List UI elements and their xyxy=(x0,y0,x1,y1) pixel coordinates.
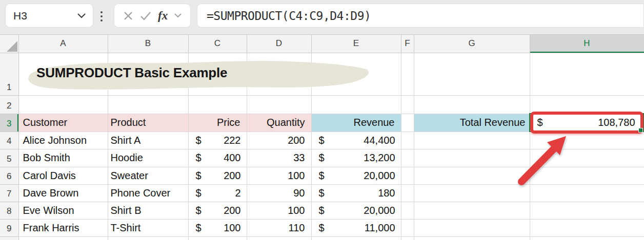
column-header-f[interactable]: F xyxy=(401,35,414,53)
cell-f1[interactable] xyxy=(401,53,414,95)
cell-price[interactable]: $222 xyxy=(188,132,247,149)
cell-customer[interactable]: Alice Johnson xyxy=(18,132,108,149)
cell-h5[interactable] xyxy=(530,149,644,167)
cell-g9[interactable] xyxy=(414,219,530,236)
row-header-1[interactable]: 1 xyxy=(0,53,18,95)
chevron-down-icon[interactable] xyxy=(174,13,182,18)
cell-product[interactable]: T-Shirt xyxy=(108,219,188,236)
column-header-a[interactable]: A xyxy=(18,35,108,53)
cell-f7[interactable] xyxy=(401,184,414,202)
header-cell-quantity[interactable]: Quantity xyxy=(247,114,311,132)
cell-a2[interactable] xyxy=(18,95,108,114)
cell-f2[interactable] xyxy=(401,95,414,114)
row-header-6[interactable]: 6 xyxy=(0,167,18,184)
row-header-7[interactable]: 7 xyxy=(0,184,18,202)
enter-check-icon[interactable] xyxy=(140,11,151,20)
column-header-c[interactable]: C xyxy=(188,35,247,53)
formula-bar[interactable]: =SUMPRODUCT(C4:C9,D4:D9) xyxy=(197,4,644,28)
cell-h4[interactable] xyxy=(530,132,644,149)
cell[interactable] xyxy=(530,236,644,240)
cell-product[interactable]: Hoodie xyxy=(108,149,188,167)
cell-customer[interactable]: Eve Wilson xyxy=(18,202,108,219)
cell-g2[interactable] xyxy=(414,95,530,114)
cell-revenue[interactable]: $20,000 xyxy=(311,167,401,184)
column-header-g[interactable]: G xyxy=(414,35,530,53)
cell-f5[interactable] xyxy=(401,149,414,167)
select-all-button[interactable] xyxy=(0,35,18,53)
cell-price[interactable]: $200 xyxy=(188,167,247,184)
row-header-2[interactable]: 2 xyxy=(0,95,18,114)
cell-e2[interactable] xyxy=(311,95,401,114)
cell[interactable] xyxy=(401,236,414,240)
cell-d2[interactable] xyxy=(247,95,311,114)
cell-f3[interactable] xyxy=(401,114,414,132)
cell-h6[interactable] xyxy=(530,167,644,184)
row-header-partial[interactable] xyxy=(0,236,18,240)
cell-e1[interactable] xyxy=(311,53,401,95)
cell-revenue[interactable]: $20,000 xyxy=(311,202,401,219)
cell-c2[interactable] xyxy=(188,95,247,114)
cell-quantity[interactable]: 90 xyxy=(247,184,311,202)
cell-h9[interactable] xyxy=(530,219,644,236)
insert-function-icon[interactable]: fx xyxy=(158,9,168,23)
cell-h1[interactable] xyxy=(530,53,644,95)
cell-customer[interactable]: Dave Brown xyxy=(18,184,108,202)
total-revenue-label[interactable]: Total Revenue xyxy=(414,114,530,132)
cell[interactable] xyxy=(108,236,188,240)
cell-f9[interactable] xyxy=(401,219,414,236)
cell-quantity[interactable]: 110 xyxy=(247,219,311,236)
cell[interactable] xyxy=(247,236,311,240)
total-revenue-cell[interactable]: $ 108,780 xyxy=(530,114,644,132)
cell[interactable] xyxy=(311,236,401,240)
header-cell-customer[interactable]: Customer xyxy=(18,114,108,132)
cell-price[interactable]: $400 xyxy=(188,149,247,167)
cell-b2[interactable] xyxy=(108,95,188,114)
cell-h8[interactable] xyxy=(530,202,644,219)
cell-customer[interactable]: Frank Harris xyxy=(18,219,108,236)
cell-product[interactable]: Phone Cover xyxy=(108,184,188,202)
cell-g5[interactable] xyxy=(414,149,530,167)
cell-h2[interactable] xyxy=(530,95,644,114)
column-header-b[interactable]: B xyxy=(108,35,188,53)
row-header-5[interactable]: 5 xyxy=(0,149,18,167)
row-header-9[interactable]: 9 xyxy=(0,219,18,236)
cell-price[interactable]: $100 xyxy=(188,219,247,236)
header-cell-price[interactable]: Price xyxy=(188,114,247,132)
column-header-d[interactable]: D xyxy=(247,35,311,53)
cell-revenue[interactable]: $11,000 xyxy=(311,219,401,236)
cell-product[interactable]: Shirt A xyxy=(108,132,188,149)
cell-quantity[interactable]: 33 xyxy=(247,149,311,167)
cell-revenue[interactable]: $13,200 xyxy=(311,149,401,167)
cell[interactable] xyxy=(18,236,108,240)
cell-revenue[interactable]: $44,400 xyxy=(311,132,401,149)
cell-quantity[interactable]: 100 xyxy=(247,202,311,219)
cell-customer[interactable]: Carol Davis xyxy=(18,167,108,184)
cell-quantity[interactable]: 200 xyxy=(247,132,311,149)
cell-h7[interactable] xyxy=(530,184,644,202)
cell-g4[interactable] xyxy=(414,132,530,149)
cell[interactable] xyxy=(414,236,530,240)
name-box[interactable]: H3 xyxy=(5,4,93,28)
cell-d1[interactable] xyxy=(247,53,311,95)
cell-g7[interactable] xyxy=(414,184,530,202)
cancel-icon[interactable] xyxy=(123,11,133,21)
cell[interactable] xyxy=(188,236,247,240)
column-header-h-selected[interactable]: H xyxy=(530,35,644,53)
header-cell-product[interactable]: Product xyxy=(108,114,188,132)
cell-g1[interactable] xyxy=(414,53,530,95)
cell-f4[interactable] xyxy=(401,132,414,149)
cell-f8[interactable] xyxy=(401,202,414,219)
cell-product[interactable]: Shirt B xyxy=(108,202,188,219)
cell-revenue[interactable]: $180 xyxy=(311,184,401,202)
cell-product[interactable]: Sweater xyxy=(108,167,188,184)
row-header-4[interactable]: 4 xyxy=(0,132,18,149)
cell-g6[interactable] xyxy=(414,167,530,184)
row-header-8[interactable]: 8 xyxy=(0,202,18,219)
cell-customer[interactable]: Bob Smith xyxy=(18,149,108,167)
row-header-3-selected[interactable]: 3 xyxy=(0,114,18,132)
cell-price[interactable]: $200 xyxy=(188,202,247,219)
header-cell-revenue[interactable]: Revenue xyxy=(311,114,401,132)
cell-g8[interactable] xyxy=(414,202,530,219)
cell-f6[interactable] xyxy=(401,167,414,184)
cell-quantity[interactable]: 100 xyxy=(247,167,311,184)
